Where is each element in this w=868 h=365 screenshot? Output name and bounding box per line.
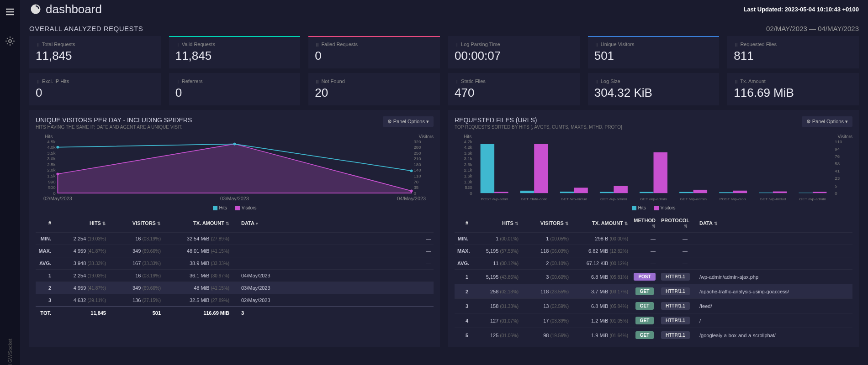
bar-chart-icon: ⫼ <box>36 42 41 47</box>
svg-text:4.2k: 4.2k <box>464 145 472 150</box>
col-header[interactable]: # <box>455 219 471 227</box>
col-header[interactable]: VISITORS ⇅ <box>109 219 164 227</box>
svg-text:250: 250 <box>413 151 421 156</box>
method-badge: GET <box>635 287 654 295</box>
method-badge: POST <box>634 273 655 281</box>
table-row[interactable]: 15,195 (43.86%)3 (00.60%)6.8 MiB (05.81%… <box>455 269 852 284</box>
svg-text:POST /wp-cron.: POST /wp-cron. <box>720 198 747 202</box>
gear-icon[interactable] <box>4 35 16 47</box>
svg-text:4.0k: 4.0k <box>47 145 56 150</box>
col-header[interactable]: HITS ⇅ <box>471 219 521 227</box>
table-row[interactable]: 2258 (02.18%)118 (23.55%)3.7 MiB (03.17%… <box>455 284 852 298</box>
panels: UNIQUE VISITORS PER DAY - INCLUDING SPID… <box>29 110 859 347</box>
svg-text:140: 140 <box>413 168 421 173</box>
table-row[interactable]: 12,254 (19.03%)16 (03.19%)36.1 MiB (30.9… <box>36 269 434 282</box>
bar-chart-icon: ⫼ <box>734 42 739 47</box>
svg-rect-53 <box>534 144 548 193</box>
svg-text:500: 500 <box>48 185 55 190</box>
requests-chart: Hits Visitors 05201.0k1.6k2.1k2.6k3.1k3.… <box>455 134 852 203</box>
svg-text:210: 210 <box>413 156 421 162</box>
bar-chart-icon: ⫼ <box>594 42 599 47</box>
table-summary-row: MIN.1 (00.01%)1 (00.05%)298 B (00.00%)—— <box>455 232 852 245</box>
stat-label: ⫼ Requested Files <box>734 42 852 47</box>
svg-text:2.0k: 2.0k <box>47 168 56 173</box>
svg-text:GET /wp-includ: GET /wp-includ <box>760 198 786 202</box>
svg-point-0 <box>9 40 11 42</box>
stats-row-bottom: ⫼ Excl. IP Hits0⫼ Referrers0⫼ Not Found2… <box>29 73 859 105</box>
svg-rect-68 <box>733 191 747 193</box>
svg-text:0: 0 <box>835 191 837 196</box>
svg-rect-59 <box>614 186 627 193</box>
table-row[interactable]: 3158 (01.33%)13 (02.59%)6.8 MiB (05.84%)… <box>455 298 852 313</box>
panel-options-button[interactable]: ⚙ Panel Options ▾ <box>802 116 852 127</box>
panel-options-button[interactable]: ⚙ Panel Options ▾ <box>383 116 434 127</box>
panel-subtitle: HITS HAVING THE SAME IP, DATE AND AGENT … <box>36 125 192 130</box>
stat-value: 11,845 <box>36 49 154 63</box>
svg-rect-67 <box>719 192 733 193</box>
stat-value: 11,845 <box>175 49 294 63</box>
last-updated: Last Updated: 2023-05-04 10:10:43 +0100 <box>743 6 859 13</box>
stat-label: ⫼ Static Files <box>455 78 573 84</box>
protocol-badge: HTTP/1.1 <box>661 302 690 310</box>
col-header[interactable]: VISITORS ⇅ <box>521 219 572 227</box>
svg-text:35: 35 <box>413 185 418 190</box>
table-row[interactable]: 4127 (01.07%)17 (03.39%)1.2 MiB (01.05%)… <box>455 313 852 328</box>
bar-chart-icon: ⫼ <box>455 78 460 84</box>
caret-down-icon: ▾ <box>845 119 848 124</box>
panel-title: REQUESTED FILES (URLS) <box>455 116 622 124</box>
caret-down-icon: ▾ <box>426 119 429 124</box>
svg-text:520: 520 <box>465 185 472 190</box>
main: dashboard Last Updated: 2023-05-04 10:10… <box>20 0 868 347</box>
stat-card: ⫼ Unique Visitors501 <box>588 36 720 68</box>
overall-title: OVERALL ANALYZED REQUESTS <box>29 25 143 32</box>
bar-chart-icon: ⫼ <box>455 42 460 47</box>
col-header[interactable]: DATA ⇅ <box>690 219 852 227</box>
visitors-table: #HITS ⇅VISITORS ⇅TX. AMOUNT ⇅DATA ▾MIN.2… <box>29 214 440 323</box>
table-row[interactable]: 34,632 (39.11%)136 (27.15%)32.5 MiB (27.… <box>36 294 434 306</box>
svg-text:04/May/2023: 04/May/2023 <box>397 196 426 202</box>
svg-text:110: 110 <box>413 173 421 178</box>
stat-label: ⫼ Valid Requests <box>175 42 294 47</box>
svg-rect-65 <box>693 190 707 193</box>
col-header[interactable]: TX. AMOUNT ⇅ <box>572 219 631 227</box>
col-header[interactable]: DATA ▾ <box>232 219 434 227</box>
stat-card: ⫼ Excl. IP Hits0 <box>29 73 161 105</box>
bar-chart-icon: ⫼ <box>315 42 320 47</box>
stat-label: ⫼ Referrers <box>175 78 294 84</box>
col-header[interactable]: PROTOCOL ⇅ <box>658 216 690 230</box>
stat-label: ⫼ Failed Requests <box>315 42 434 47</box>
col-header[interactable]: HITS ⇅ <box>54 219 109 227</box>
bar-chart-icon: ⫼ <box>315 78 320 84</box>
stat-value: 470 <box>455 86 573 100</box>
svg-rect-64 <box>679 192 693 193</box>
date-range: 02/MAY/2023 — 04/MAY/2023 <box>766 25 859 32</box>
svg-point-28 <box>56 146 59 149</box>
col-header[interactable]: METHOD ⇅ <box>631 216 658 230</box>
table-row[interactable]: 24,959 (41.87%)349 (69.66%)48 MiB (41.15… <box>36 282 434 294</box>
svg-text:GET /data-colle: GET /data-colle <box>521 198 548 202</box>
panel-subtitle: TOP REQUESTS SORTED BY HITS [, AVGTS, CU… <box>455 125 622 130</box>
sort-icon: ⇅ <box>226 221 229 226</box>
stat-value: 304.32 KiB <box>594 86 713 100</box>
svg-point-27 <box>410 189 413 192</box>
header: dashboard Last Updated: 2023-05-04 10:10… <box>29 0 859 18</box>
svg-rect-52 <box>520 191 534 193</box>
svg-point-29 <box>233 143 236 146</box>
svg-rect-56 <box>574 188 587 193</box>
table-summary-row: MAX.5,195 (57.53%)118 (06.03%)6.82 MiB (… <box>455 245 852 257</box>
svg-text:02/May/2023: 02/May/2023 <box>43 196 72 202</box>
stat-label: ⫼ Unique Visitors <box>594 42 713 47</box>
table-row[interactable]: 5125 (01.06%)98 (19.56%)1.9 MiB (01.64%)… <box>455 328 852 342</box>
method-badge: GET <box>635 331 654 339</box>
svg-point-1 <box>35 8 37 10</box>
gear-icon: ⚙ <box>387 119 392 124</box>
hamburger-icon[interactable] <box>4 5 16 18</box>
svg-text:3.6k: 3.6k <box>464 151 472 156</box>
svg-text:GET /wp-includ: GET /wp-includ <box>561 198 587 202</box>
svg-text:GET /wp-admin: GET /wp-admin <box>640 198 667 202</box>
col-header[interactable]: # <box>36 219 54 227</box>
svg-text:110: 110 <box>835 139 842 144</box>
col-header[interactable]: TX. AMOUNT ⇅ <box>164 219 232 227</box>
table-header-row: #HITS ⇅VISITORS ⇅TX. AMOUNT ⇅METHOD ⇅PRO… <box>455 214 852 232</box>
stat-label: ⫼ Excl. IP Hits <box>36 78 154 84</box>
